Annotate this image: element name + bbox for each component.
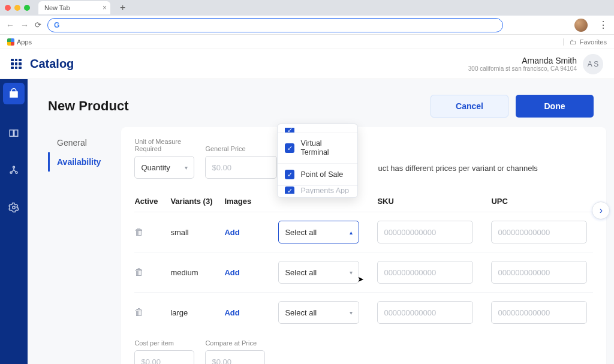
- window-minimize[interactable]: [14, 5, 20, 11]
- favorites-label: Favorites: [580, 38, 607, 46]
- checkbox-checked-icon: ✓: [285, 170, 294, 179]
- user-name: Amanda Smith: [468, 56, 577, 65]
- sidebar-item-products[interactable]: [3, 83, 25, 104]
- col-variants: Variants (3): [170, 197, 224, 206]
- browser-tab[interactable]: New Tab ×: [38, 1, 110, 14]
- upc-input[interactable]: [491, 221, 587, 243]
- cost-input[interactable]: [134, 350, 194, 364]
- book-icon: [8, 128, 19, 139]
- apps-label: Apps: [17, 38, 32, 46]
- uom-label: Unit of Measure Required: [134, 138, 194, 152]
- col-sku: SKU: [377, 197, 491, 206]
- browser-tab-strip: New Tab × +: [0, 0, 614, 16]
- col-active: Active: [134, 197, 170, 206]
- channel-select[interactable]: Select all ▾: [278, 301, 359, 324]
- product-card: ✓ ✓ Virtual Terminal ✓ Point of Sale ✓ P…: [121, 127, 606, 364]
- browser-toolbar: ← → ⟳ G ⋮: [0, 16, 614, 35]
- app-header: Catalog Amanda Smith 300 california st s…: [0, 49, 614, 79]
- channel-select-value: Select all: [285, 228, 317, 237]
- delete-row-icon[interactable]: 🗑: [134, 307, 144, 317]
- apps-shortcut[interactable]: Apps: [7, 38, 32, 46]
- scroll-right-button[interactable]: ›: [592, 201, 610, 219]
- sku-input[interactable]: [377, 261, 473, 284]
- col-upc: UPC: [491, 197, 593, 206]
- delete-row-icon[interactable]: 🗑: [134, 227, 144, 237]
- chevron-down-icon: ▾: [350, 309, 353, 316]
- genprice-label: General Price: [205, 145, 277, 152]
- compare-input[interactable]: [205, 350, 265, 364]
- section-tabs: General Availability: [48, 127, 103, 172]
- browser-menu-icon[interactable]: ⋮: [598, 19, 608, 31]
- channel-select-value: Select all: [285, 268, 317, 277]
- add-image-link[interactable]: Add: [224, 308, 239, 317]
- table-row: 🗑 large Add Select all ▾: [134, 293, 593, 332]
- app-title: Catalog: [30, 57, 74, 71]
- compare-label: Compare at Price: [205, 339, 265, 347]
- checkbox-checked-icon: ✓: [285, 143, 294, 153]
- variant-name: medium: [170, 268, 224, 277]
- bookmarks-bar: Apps 🗀 Favorites: [0, 35, 614, 49]
- nav-forward-icon[interactable]: →: [20, 20, 29, 30]
- sidebar-item-org[interactable]: [0, 158, 28, 182]
- chevron-up-icon: ▴: [350, 229, 353, 236]
- address-bar[interactable]: G: [47, 18, 503, 32]
- channel-dropdown-panel: ✓ ✓ Virtual Terminal ✓ Point of Sale ✓ P…: [277, 124, 358, 198]
- genprice-field[interactable]: [212, 163, 270, 172]
- sidebar-item-settings[interactable]: [0, 195, 28, 219]
- user-address: 300 california st san francisco, CA 9410…: [468, 65, 577, 72]
- variant-name: large: [170, 308, 224, 317]
- checkbox-checked-icon: ✓: [285, 128, 294, 133]
- main-content: New Product Cancel Done General Availabi…: [28, 79, 614, 364]
- price-helper-text: uct has different prices per variant or …: [378, 164, 537, 179]
- channel-select[interactable]: Select all ▾: [278, 261, 359, 284]
- genprice-input[interactable]: [205, 156, 277, 179]
- nav-reload-icon[interactable]: ⟳: [35, 20, 41, 29]
- cost-label: Cost per item: [134, 339, 194, 347]
- left-sidebar: [0, 79, 28, 364]
- uom-value: Quantity: [141, 163, 170, 172]
- svg-point-0: [13, 166, 15, 168]
- variant-name: small: [170, 228, 224, 237]
- bag-icon: [8, 88, 19, 99]
- dropdown-option-selectall[interactable]: ✓: [278, 128, 357, 133]
- tab-general[interactable]: General: [48, 133, 103, 152]
- checkbox-checked-icon: ✓: [285, 186, 294, 194]
- dropdown-label: Virtual Terminal: [300, 139, 350, 157]
- tab-title: New Tab: [44, 4, 70, 11]
- variants-table-header: Active Variants (3) Images SKU UPC: [134, 191, 593, 212]
- done-button[interactable]: Done: [516, 95, 594, 118]
- user-info: Amanda Smith 300 california st san franc…: [468, 56, 577, 72]
- dropdown-option-payments-app[interactable]: ✓ Payments App: [278, 185, 357, 194]
- search-engine-icon: G: [54, 21, 59, 29]
- cancel-button[interactable]: Cancel: [431, 95, 508, 118]
- dropdown-option-virtual-terminal[interactable]: ✓ Virtual Terminal: [278, 133, 357, 163]
- table-row: 🗑 medium Add Select all ▾: [134, 252, 593, 293]
- upc-input[interactable]: [491, 301, 587, 324]
- sku-input[interactable]: [377, 301, 473, 324]
- tab-close-icon[interactable]: ×: [103, 4, 107, 12]
- folder-icon: 🗀: [570, 38, 576, 46]
- nodes-icon: [8, 165, 19, 176]
- add-image-link[interactable]: Add: [224, 268, 239, 277]
- app-launcher-icon[interactable]: [11, 59, 22, 70]
- sku-input[interactable]: [377, 221, 473, 243]
- col-images: Images: [224, 197, 278, 206]
- uom-select[interactable]: Quantity ▾: [134, 156, 194, 179]
- profile-avatar[interactable]: [574, 19, 588, 32]
- svg-point-3: [13, 206, 16, 209]
- delete-row-icon[interactable]: 🗑: [134, 267, 144, 277]
- add-image-link[interactable]: Add: [224, 228, 239, 237]
- window-maximize[interactable]: [24, 5, 30, 11]
- tab-availability[interactable]: Availability: [48, 152, 103, 172]
- sidebar-item-library[interactable]: [0, 121, 28, 145]
- nav-back-icon[interactable]: ←: [6, 20, 14, 30]
- dropdown-option-pos[interactable]: ✓ Point of Sale: [278, 163, 357, 185]
- page-title: New Product: [48, 98, 128, 114]
- favorites-shortcut[interactable]: 🗀 Favorites: [563, 38, 607, 46]
- apps-grid-icon: [7, 38, 14, 46]
- user-avatar[interactable]: A S: [583, 54, 603, 74]
- upc-input[interactable]: [491, 261, 587, 284]
- window-close[interactable]: [5, 5, 11, 11]
- channel-select[interactable]: Select all ▴: [278, 221, 359, 243]
- new-tab-button[interactable]: +: [120, 2, 125, 13]
